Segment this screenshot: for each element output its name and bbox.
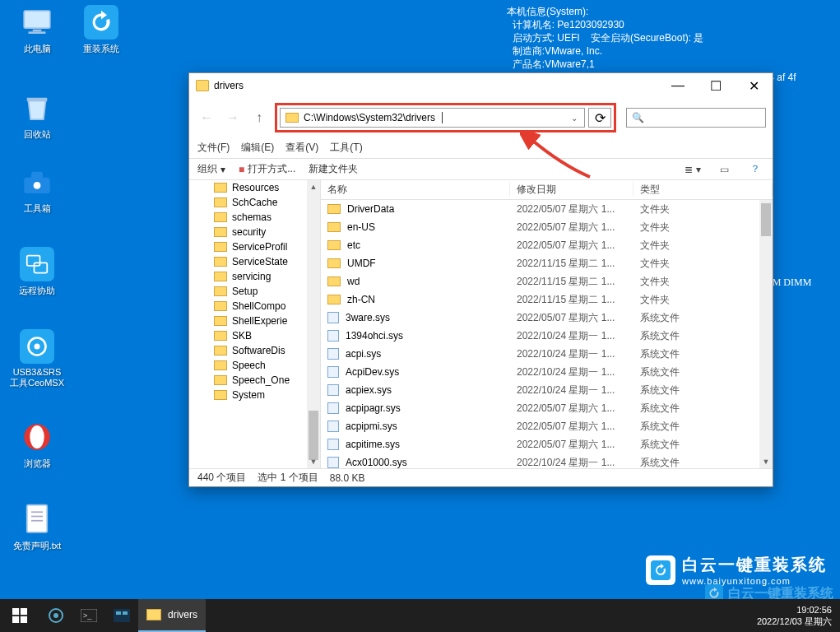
tree-item[interactable]: Speech_One [189, 373, 320, 388]
list-row[interactable]: en-US2022/05/07 星期六 1...文件夹 [321, 218, 773, 236]
list-row[interactable]: acpitime.sys2022/05/07 星期六 1...系统文件 [321, 435, 773, 453]
menu-edit[interactable]: 编辑(E) [241, 141, 274, 155]
preview-pane-button[interactable]: ▭ [715, 164, 733, 175]
list-row[interactable]: Acx01000.sys2022/10/24 星期一 1...系统文件 [321, 453, 773, 468]
scrollbar-thumb[interactable] [309, 411, 318, 460]
svg-rect-15 [27, 505, 48, 532]
list-row[interactable]: DriverData2022/05/07 星期六 1...文件夹 [321, 200, 773, 218]
forward-button[interactable]: → [222, 107, 244, 128]
list-row[interactable]: etc2022/05/07 星期六 1...文件夹 [321, 236, 773, 254]
tree-item[interactable]: SoftwareDis [189, 343, 320, 358]
sidebar-scrollbar[interactable]: ▲ ▼ [307, 180, 320, 468]
scroll-down-icon[interactable]: ▼ [307, 455, 320, 468]
tree-item[interactable]: SKB [189, 328, 320, 343]
desktop-icon-remote[interactable]: 远程协助 [7, 247, 67, 297]
row-name: Acx01000.sys [346, 457, 407, 468]
file-list: 名称 修改日期 类型 DriverData2022/05/07 星期六 1...… [321, 180, 773, 468]
row-name: AcpiDev.sys [346, 366, 399, 378]
list-row[interactable]: 3ware.sys2022/05/07 星期六 1...系统文件 [321, 309, 773, 327]
tree-item[interactable]: Resources [189, 180, 320, 195]
list-row[interactable]: acpi.sys2022/10/24 星期一 1...系统文件 [321, 345, 773, 363]
desktop-icon-browser[interactable]: 浏览器 [7, 420, 67, 470]
desktop-icon-disclaimer[interactable]: 免责声明.txt [7, 502, 67, 552]
minimize-button[interactable]: — [659, 73, 697, 98]
titlebar[interactable]: drivers — ☐ ✕ [189, 73, 773, 98]
brand-name: 白云一键重装系统 [682, 554, 827, 576]
column-date[interactable]: 修改日期 [510, 183, 633, 197]
tree-item[interactable]: Setup [189, 284, 320, 299]
tree-item-label: Speech_One [232, 374, 290, 386]
scroll-up-icon[interactable]: ▲ [307, 180, 320, 193]
search-input[interactable]: 🔍 [626, 108, 766, 128]
list-row[interactable]: wd2022/11/15 星期二 1...文件夹 [321, 272, 773, 290]
tree-item[interactable]: schemas [189, 210, 320, 225]
folder-tree[interactable]: ResourcesSchCacheschemassecurityServiceP… [189, 180, 321, 468]
up-button[interactable]: ↑ [248, 107, 270, 128]
desktop-icon-reinstall[interactable]: 重装系统 [71, 5, 132, 55]
column-type[interactable]: 类型 [633, 183, 773, 197]
list-row[interactable]: UMDF2022/11/15 星期二 1...文件夹 [321, 254, 773, 272]
list-row[interactable]: acpipagr.sys2022/05/07 星期六 1...系统文件 [321, 399, 773, 417]
svg-rect-23 [12, 616, 19, 623]
status-size: 88.0 KB [330, 472, 365, 484]
maximize-button[interactable]: ☐ [697, 73, 735, 98]
row-type: 文件夹 [633, 202, 773, 216]
taskbar-item[interactable] [39, 599, 72, 632]
folder-icon [214, 331, 227, 341]
help-button[interactable]: ？ [746, 162, 764, 176]
desktop-icon-usb-tool[interactable]: USB3&SRS 工具CeoMSX [7, 329, 67, 389]
desktop-icon-recycle-bin[interactable]: 回收站 [7, 91, 67, 141]
taskbar-item[interactable]: >_ [72, 599, 105, 632]
tree-item[interactable]: servicing [189, 269, 320, 284]
tree-item[interactable]: SchCache [189, 195, 320, 210]
tree-item[interactable]: ShellExperie [189, 314, 320, 328]
menu-file[interactable]: 文件(F) [197, 141, 230, 155]
row-date: 2022/11/15 星期二 1... [510, 293, 633, 307]
row-name: 1394ohci.sys [346, 330, 403, 342]
scrollbar-thumb[interactable] [761, 203, 771, 236]
tree-item[interactable]: Speech [189, 358, 320, 373]
refresh-button[interactable]: ⟳ [588, 108, 611, 128]
close-button[interactable]: ✕ [735, 73, 773, 98]
desktop-icon-toolbox[interactable]: 工具箱 [7, 165, 67, 215]
row-type: 系统文件 [633, 383, 773, 397]
list-row[interactable]: AcpiDev.sys2022/10/24 星期一 1...系统文件 [321, 363, 773, 381]
svg-rect-1 [33, 30, 42, 32]
list-scrollbar[interactable]: ▲ ▼ [759, 200, 773, 468]
back-button[interactable]: ← [196, 107, 217, 128]
tree-item[interactable]: ServiceState [189, 254, 320, 269]
system-tray[interactable]: 19:02:56 2022/12/03 星期六 [757, 604, 840, 627]
taskbar-clock[interactable]: 19:02:56 2022/12/03 星期六 [757, 604, 832, 627]
folder-icon [214, 346, 227, 356]
new-folder-button[interactable]: 新建文件夹 [309, 162, 358, 176]
taskbar-item-active[interactable]: drivers [138, 599, 206, 632]
list-row[interactable]: acpipmi.sys2022/05/07 星期六 1...系统文件 [321, 417, 773, 435]
list-row[interactable]: 1394ohci.sys2022/10/24 星期一 1...系统文件 [321, 327, 773, 345]
tree-item[interactable]: ServiceProfil [189, 239, 320, 254]
tree-item-label: ShellExperie [232, 315, 287, 327]
svg-point-7 [34, 182, 41, 189]
chevron-down-icon[interactable]: ⌄ [571, 114, 578, 123]
organize-button[interactable]: 组织 ▾ [197, 162, 225, 176]
address-bar[interactable]: C:\Windows\System32\drivers ⌄ [280, 108, 585, 128]
list-header[interactable]: 名称 修改日期 类型 [321, 180, 773, 200]
tree-item[interactable]: System [189, 388, 320, 402]
open-with-button[interactable]: ■ 打开方式... [239, 162, 295, 176]
start-button[interactable] [0, 599, 39, 632]
menu-tools[interactable]: 工具(T) [330, 141, 362, 155]
list-row[interactable]: zh-CN2022/11/15 星期二 1...文件夹 [321, 290, 773, 309]
folder-icon [214, 257, 227, 267]
svg-rect-6 [31, 172, 43, 179]
row-name: acpipagr.sys [346, 402, 401, 414]
folder-icon [327, 276, 341, 286]
tree-item[interactable]: ShellCompo [189, 299, 320, 314]
list-row[interactable]: acpiex.sys2022/10/24 星期一 1...系统文件 [321, 381, 773, 399]
column-name[interactable]: 名称 [321, 183, 510, 197]
taskbar-item[interactable] [105, 599, 138, 632]
menu-view[interactable]: 查看(V) [285, 141, 318, 155]
desktop-icon-this-pc[interactable]: 此电脑 [7, 5, 67, 55]
view-options-button[interactable]: ≣ ▾ [684, 164, 702, 175]
folder-icon [214, 360, 227, 370]
tree-item[interactable]: security [189, 225, 320, 239]
scroll-down-icon[interactable]: ▼ [759, 455, 773, 468]
